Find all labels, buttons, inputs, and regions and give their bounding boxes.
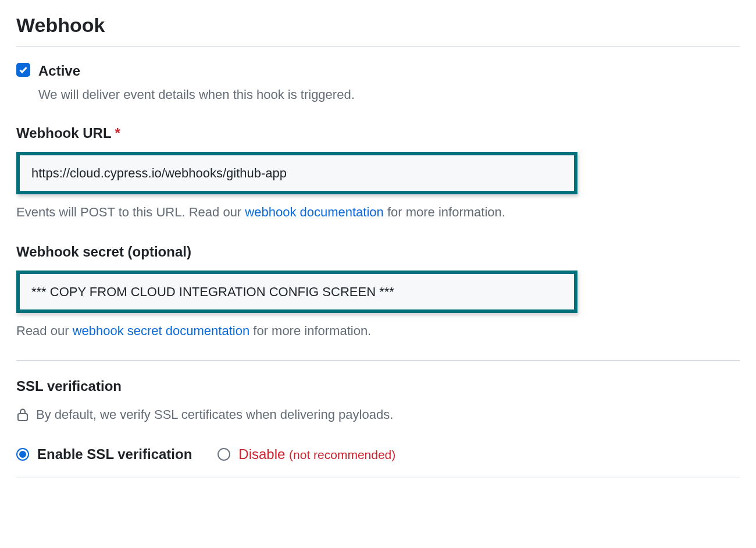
active-description: We will deliver event details when this … xyxy=(38,85,740,104)
webhook-url-help: Events will POST to this URL. Read our w… xyxy=(16,202,740,222)
ssl-verification-heading: SSL verification xyxy=(16,376,740,397)
webhook-secret-input[interactable]: *** COPY FROM CLOUD INTEGRATION CONFIG S… xyxy=(16,271,577,313)
webhook-secret-help: Read our webhook secret documentation fo… xyxy=(16,321,740,340)
divider xyxy=(16,46,740,47)
ssl-description: By default, we verify SSL certificates w… xyxy=(36,405,393,424)
webhook-url-label: Webhook URL * xyxy=(16,123,740,144)
required-marker: * xyxy=(115,123,120,144)
ssl-disable-label: Disable (not recommended) xyxy=(238,444,395,465)
ssl-disable-option[interactable]: Disable (not recommended) xyxy=(217,444,395,465)
help-text-fragment: Events will POST to this URL. Read our xyxy=(16,205,245,219)
webhook-secret-label: Webhook secret (optional) xyxy=(16,241,740,262)
check-icon xyxy=(19,65,28,74)
webhook-url-input[interactable]: https://cloud.cypress.io/webhooks/github… xyxy=(16,152,577,194)
webhook-documentation-link[interactable]: webhook documentation xyxy=(245,205,384,219)
lock-icon xyxy=(16,408,29,422)
ssl-disable-radio[interactable] xyxy=(217,448,230,461)
help-text-fragment: Read our xyxy=(16,323,73,338)
webhook-secret-documentation-link[interactable]: webhook secret documentation xyxy=(73,323,250,338)
ssl-enable-option[interactable]: Enable SSL verification xyxy=(16,444,192,465)
active-checkbox[interactable] xyxy=(16,63,30,77)
webhook-secret-label-text: Webhook secret (optional) xyxy=(16,241,191,262)
ssl-heading-text: SSL verification xyxy=(16,376,122,397)
ssl-enable-label: Enable SSL verification xyxy=(37,444,192,465)
webhook-url-label-text: Webhook URL xyxy=(16,123,112,144)
ssl-enable-radio[interactable] xyxy=(16,448,29,461)
ssl-disable-label-text: Disable xyxy=(238,446,285,462)
divider xyxy=(16,360,740,361)
page-title: Webhook xyxy=(16,10,740,40)
svg-rect-0 xyxy=(18,414,27,421)
active-label: Active xyxy=(38,61,80,81)
ssl-disable-note: (not recommended) xyxy=(289,448,395,461)
help-text-fragment: for more information. xyxy=(384,205,505,219)
divider xyxy=(16,478,740,478)
help-text-fragment: for more information. xyxy=(249,323,371,338)
